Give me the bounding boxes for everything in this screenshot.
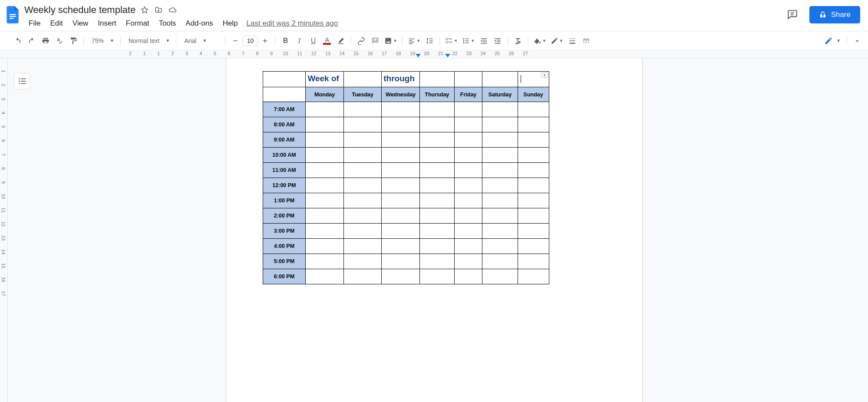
title-empty-cell[interactable] [343, 72, 381, 87]
move-icon[interactable] [155, 6, 162, 14]
schedule-cell[interactable] [306, 208, 344, 224]
schedule-cell[interactable] [420, 208, 455, 224]
schedule-cell[interactable] [420, 178, 455, 193]
clear-formatting-button[interactable] [512, 34, 525, 47]
schedule-cell[interactable] [518, 269, 549, 284]
paint-format-button[interactable] [67, 34, 80, 47]
schedule-cell[interactable] [343, 208, 381, 224]
schedule-cell[interactable] [343, 132, 381, 148]
undo-button[interactable] [11, 34, 24, 47]
schedule-cell[interactable] [343, 224, 381, 239]
schedule-cell[interactable] [482, 208, 518, 224]
zoom-select[interactable]: 75% ▼ [87, 34, 117, 47]
time-header[interactable]: 9:00 AM [263, 132, 306, 148]
increase-indent-button[interactable] [491, 34, 504, 47]
time-header[interactable]: 2:00 PM [263, 208, 306, 224]
schedule-cell[interactable] [482, 132, 518, 148]
increase-font-size-button[interactable] [258, 34, 271, 47]
schedule-cell[interactable] [420, 239, 455, 254]
menu-help[interactable]: Help [218, 17, 242, 30]
schedule-cell[interactable] [482, 163, 518, 178]
redo-button[interactable] [25, 34, 38, 47]
border-dash-button[interactable] [580, 34, 593, 47]
schedule-cell[interactable] [382, 117, 420, 132]
schedule-cell[interactable] [454, 132, 482, 148]
time-header[interactable]: 11:00 AM [263, 163, 306, 178]
star-icon[interactable] [141, 6, 149, 14]
border-width-button[interactable] [566, 34, 579, 47]
title-week-of-cell[interactable]: Week of [306, 72, 344, 87]
time-header[interactable]: 10:00 AM [263, 148, 306, 163]
table-options-button[interactable]: ▾ [541, 72, 548, 78]
schedule-cell[interactable] [343, 148, 381, 163]
schedule-cell[interactable] [306, 148, 344, 163]
day-header[interactable]: Monday [306, 87, 344, 102]
text-color-button[interactable]: A [320, 34, 333, 47]
schedule-cell[interactable] [420, 148, 455, 163]
time-header[interactable]: 4:00 PM [263, 239, 306, 254]
schedule-cell[interactable] [518, 208, 549, 224]
indent-marker-left[interactable] [416, 54, 421, 57]
checklist-button[interactable]: ▼ [443, 34, 459, 47]
border-color-button[interactable]: ▼ [549, 34, 565, 47]
schedule-cell[interactable] [482, 178, 518, 193]
schedule-cell[interactable] [454, 178, 482, 193]
menu-view[interactable]: View [68, 17, 93, 30]
schedule-cell[interactable] [420, 269, 455, 284]
last-edit-link[interactable]: Last edit was 2 minutes ago [247, 19, 338, 28]
schedule-cell[interactable] [482, 117, 518, 132]
schedule-cell[interactable] [518, 148, 549, 163]
schedule-cell[interactable] [454, 239, 482, 254]
docs-logo[interactable] [4, 6, 22, 23]
schedule-cell[interactable] [343, 269, 381, 284]
schedule-cell[interactable] [382, 163, 420, 178]
schedule-cell[interactable] [343, 117, 381, 132]
add-comment-button[interactable] [369, 34, 382, 47]
schedule-cell[interactable] [382, 193, 420, 208]
menu-file[interactable]: File [24, 17, 45, 30]
font-size-input[interactable] [243, 36, 257, 46]
time-header[interactable]: 5:00 PM [263, 254, 306, 269]
insert-link-button[interactable] [355, 34, 368, 47]
italic-button[interactable]: I [293, 34, 306, 47]
schedule-cell[interactable] [306, 269, 344, 284]
schedule-cell[interactable] [454, 208, 482, 224]
schedule-table[interactable]: Week ofthrough▾MondayTuesdayWednesdayThu… [263, 71, 549, 284]
schedule-cell[interactable] [420, 224, 455, 239]
day-header[interactable]: Thursday [420, 87, 455, 102]
editing-mode-button[interactable]: ▼ [822, 36, 843, 45]
schedule-cell[interactable] [482, 224, 518, 239]
schedule-cell[interactable] [382, 269, 420, 284]
menu-insert[interactable]: Insert [93, 17, 121, 30]
schedule-cell[interactable] [306, 224, 344, 239]
schedule-cell[interactable] [343, 193, 381, 208]
open-comments-button[interactable] [784, 7, 801, 23]
schedule-cell[interactable] [482, 193, 518, 208]
schedule-cell[interactable] [454, 117, 482, 132]
schedule-cell[interactable] [420, 193, 455, 208]
schedule-cell[interactable] [382, 178, 420, 193]
schedule-cell[interactable] [518, 224, 549, 239]
schedule-cell[interactable] [382, 148, 420, 163]
schedule-cell[interactable] [420, 102, 455, 117]
document-page[interactable]: Week ofthrough▾MondayTuesdayWednesdayThu… [226, 58, 643, 402]
title-empty-cell[interactable] [263, 72, 306, 87]
schedule-cell[interactable] [454, 148, 482, 163]
schedule-cell[interactable] [518, 254, 549, 269]
schedule-cell[interactable] [518, 239, 549, 254]
schedule-cell[interactable] [306, 254, 344, 269]
schedule-cell[interactable] [454, 269, 482, 284]
schedule-cell[interactable] [343, 163, 381, 178]
schedule-cell[interactable] [518, 132, 549, 148]
schedule-cell[interactable] [518, 193, 549, 208]
menu-format[interactable]: Format [122, 17, 154, 30]
title-empty-cell[interactable] [482, 72, 518, 87]
schedule-cell[interactable] [454, 193, 482, 208]
document-outline-button[interactable] [14, 73, 30, 89]
schedule-cell[interactable] [482, 102, 518, 117]
schedule-cell[interactable] [518, 117, 549, 132]
insert-image-button[interactable]: ▼ [383, 34, 399, 47]
schedule-cell[interactable] [454, 224, 482, 239]
day-header[interactable]: Wednesday [382, 87, 420, 102]
share-button[interactable]: Share [809, 6, 860, 23]
